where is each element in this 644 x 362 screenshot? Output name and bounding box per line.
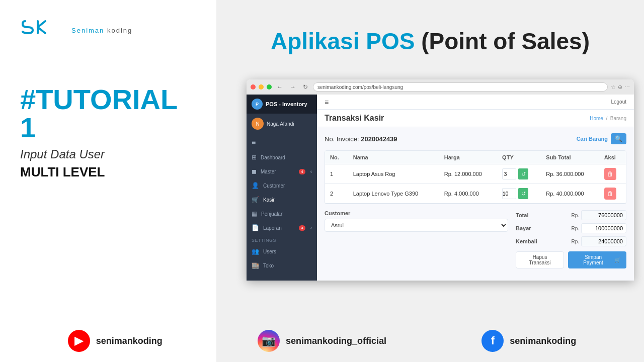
content-body: No. Invoice: 2020042439 Cari Barang 🔍 No… <box>317 127 634 275</box>
nav-item-dashboard[interactable]: ⊞ Dashboard <box>247 150 317 164</box>
breadcrumb: Home / Barang <box>590 116 626 121</box>
toko-icon: 🏬 <box>252 262 259 269</box>
delete-btn-2[interactable]: 🗑 <box>604 188 616 200</box>
svg-line-2 <box>38 27 45 33</box>
nav-item-kasir[interactable]: 🛒 Kasir <box>247 193 317 207</box>
penjualan-icon: ▦ <box>252 210 257 217</box>
customer-select[interactable]: Asrul <box>325 219 508 232</box>
address-bar[interactable]: senimankoding.com/pos/beli-langsung <box>313 82 608 92</box>
laporan-badge: 4 <box>299 225 305 231</box>
row1-harga: Rp. 12.000.000 <box>439 164 497 184</box>
nav-item-master[interactable]: ◼ Master 4 ‹ <box>247 164 317 178</box>
hapus-button[interactable]: Hapus Transaksi <box>516 251 564 268</box>
page-header: Transaksi Kasir Home / Barang <box>317 110 634 127</box>
simpan-button[interactable]: Simpan Payment 🛒 <box>568 251 626 268</box>
back-arrow[interactable]: ← <box>275 82 285 92</box>
close-btn[interactable] <box>251 84 256 89</box>
browser-window: ← → ↻ senimankoding.com/pos/beli-langsun… <box>247 79 634 281</box>
nav-item-users[interactable]: 👥 Users <box>247 244 317 258</box>
laporan-icon: 📄 <box>252 224 259 231</box>
row1-qty: ↺ <box>497 164 541 184</box>
col-aksi: Aksi <box>599 151 626 164</box>
master-badge: 4 <box>299 169 305 174</box>
row2-qty: ↺ <box>497 184 541 204</box>
minimize-btn[interactable] <box>259 84 264 89</box>
search-label: Cari Barang <box>577 136 608 142</box>
row1-nama: Laptop Asus Rog <box>348 164 439 184</box>
sidebar: P POS - Inventory N Naga Afandi ≡ ⊞ Dash… <box>247 95 317 281</box>
total-value: Rp. 76000000 <box>571 210 626 220</box>
tutorial-level: MULTI LEVEL <box>20 164 105 179</box>
table-row: 1 Laptop Asus Rog Rp. 12.000.000 ↺ Rp. <box>325 164 626 184</box>
menu-hamburger[interactable]: ≡ <box>325 98 329 106</box>
breadcrumb-current: Barang <box>610 116 626 121</box>
user-avatar: N <box>252 118 264 130</box>
sidebar-avatar: P <box>252 99 263 110</box>
row1-subtotal: Rp. 36.000.000 <box>541 164 599 184</box>
qty-update-btn-2[interactable]: ↺ <box>518 188 528 199</box>
tutorial-section: #TUTORIAL 1 Input Data User MULTI LEVEL <box>0 75 216 191</box>
breadcrumb-home[interactable]: Home <box>590 116 603 121</box>
svg-line-1 <box>38 21 45 27</box>
kasir-icon: 🛒 <box>252 196 259 203</box>
sidebar-hamburger[interactable]: ≡ <box>247 134 317 150</box>
sk-logo-icon <box>20 15 65 45</box>
search-bar: Cari Barang 🔍 <box>577 133 626 144</box>
transaction-table: No. Nama Harga QTY Sub Total Aksi 1 <box>325 150 626 204</box>
row2-no: 2 <box>325 184 348 204</box>
logout-button[interactable]: Logout <box>611 99 626 105</box>
refresh-icon[interactable]: ↻ <box>301 82 310 92</box>
customer-icon: 👤 <box>252 182 259 189</box>
chevron-icon: ‹ <box>310 169 312 174</box>
customer-section: Customer Asrul <box>325 210 508 268</box>
social-row: ▶ senimankoding 📷 senimankoding_official… <box>0 330 644 352</box>
col-qty: QTY <box>497 151 541 164</box>
main-content: ≡ Logout Transaksi Kasir Home / Barang N… <box>317 95 634 281</box>
user-info: N Naga Afandi <box>247 114 317 134</box>
social-instagram: 📷 senimankoding_official <box>258 330 386 352</box>
row1-aksi: 🗑 <box>599 164 626 184</box>
nav-item-customer[interactable]: 👤 Customer <box>247 178 317 193</box>
bayar-row: Bayar Rp. <box>516 223 626 233</box>
customer-label: Customer <box>325 210 508 216</box>
bottom-section: Customer Asrul Total Rp. 76000000 <box>325 210 626 268</box>
table-header-row: No. Nama Harga QTY Sub Total Aksi <box>325 151 626 164</box>
cart-icon: 🛒 <box>614 257 620 263</box>
nav-item-toko[interactable]: 🏬 Toko <box>247 258 317 273</box>
bayar-value: Rp. <box>571 223 626 233</box>
qty-input-1[interactable] <box>502 168 516 179</box>
invoice-row: No. Invoice: 2020042439 Cari Barang 🔍 <box>325 133 626 144</box>
col-subtotal: Sub Total <box>541 151 599 164</box>
items-table: No. Nama Harga QTY Sub Total Aksi 1 <box>325 151 626 204</box>
kembali-amount: 24000000 <box>581 236 626 246</box>
table-row: 2 Laptop Lenovo Type G390 Rp. 4.000.000 … <box>325 184 626 204</box>
invoice-no: No. Invoice: 2020042439 <box>325 135 397 143</box>
total-amount: 76000000 <box>581 210 626 220</box>
nav-item-penjualan[interactable]: ▦ Penjualan <box>247 207 317 221</box>
top-bar: ≡ Logout <box>317 95 634 110</box>
social-facebook: f senimankoding <box>481 330 576 352</box>
forward-arrow[interactable]: → <box>288 82 298 92</box>
kembali-row: Kembali Rp. 24000000 <box>516 236 626 246</box>
delete-btn-1[interactable]: 🗑 <box>604 168 616 180</box>
page-title: Transaksi Kasir <box>325 114 384 123</box>
bayar-label: Bayar <box>516 225 531 231</box>
row1-no: 1 <box>325 164 348 184</box>
maximize-btn[interactable] <box>267 84 272 89</box>
row2-aksi: 🗑 <box>599 184 626 204</box>
tutorial-number: #TUTORIAL 1 <box>20 85 196 142</box>
kembali-value: Rp. 24000000 <box>571 236 626 246</box>
left-panel: Seniman koding #TUTORIAL 1 Input Data Us… <box>0 0 216 362</box>
tutorial-desc: Input Data User MULTI LEVEL <box>20 146 196 181</box>
row2-subtotal: Rp. 40.000.000 <box>541 184 599 204</box>
logo-tagline: Seniman koding <box>71 27 132 34</box>
col-harga: Harga <box>439 151 497 164</box>
payment-section: Total Rp. 76000000 Bayar Rp. <box>516 210 626 268</box>
search-button[interactable]: 🔍 <box>611 133 626 144</box>
qty-update-btn-1[interactable]: ↺ <box>518 168 528 179</box>
title-area <box>0 60 216 75</box>
bayar-input[interactable] <box>581 223 626 233</box>
nav-item-laporan[interactable]: 📄 Laporan 4 ‹ <box>247 221 317 235</box>
qty-input-2[interactable] <box>502 188 516 199</box>
browser-chrome: ← → ↻ senimankoding.com/pos/beli-langsun… <box>247 79 634 95</box>
